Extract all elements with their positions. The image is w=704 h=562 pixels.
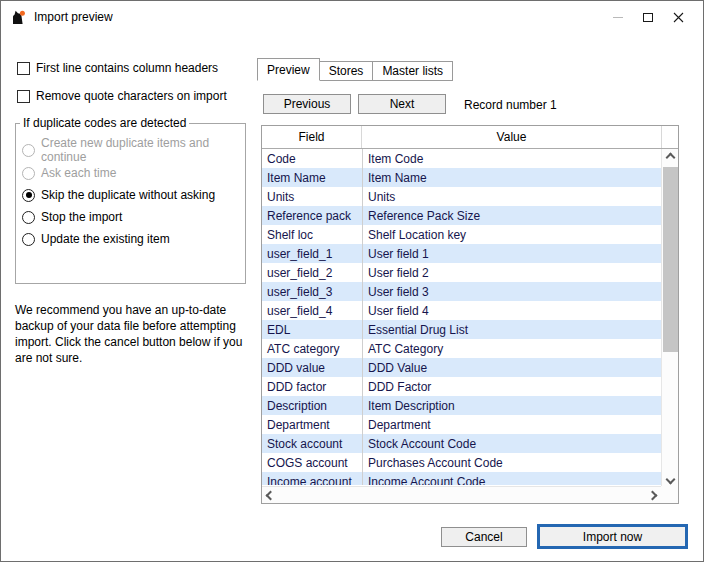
value-cell: ATC Category bbox=[362, 339, 661, 358]
value-cell: Item Code bbox=[362, 149, 661, 168]
radio-icon bbox=[22, 233, 35, 246]
table-header-field[interactable]: Field bbox=[262, 126, 362, 148]
scroll-right-arrow-icon[interactable] bbox=[644, 487, 661, 504]
table-row[interactable]: DDD valueDDD Value bbox=[262, 358, 661, 377]
radio-label: Update the existing item bbox=[41, 232, 170, 246]
radio-icon bbox=[22, 167, 35, 180]
import-preview-dialog: Import preview First line contains colum… bbox=[0, 0, 704, 562]
checkbox-label: Remove quote characters on import bbox=[36, 89, 227, 103]
import-now-button[interactable]: Import now bbox=[537, 524, 688, 549]
table-row[interactable]: UnitsUnits bbox=[262, 187, 661, 206]
field-cell: ATC category bbox=[262, 339, 362, 358]
minimize-button[interactable] bbox=[603, 1, 633, 33]
tab-stores[interactable]: Stores bbox=[319, 61, 374, 81]
value-cell: Item Name bbox=[362, 168, 661, 187]
field-cell: Department bbox=[262, 415, 362, 434]
value-cell: Stock Account Code bbox=[362, 434, 661, 453]
window-title: Import preview bbox=[34, 10, 113, 24]
group-legend: If duplicate codes are detected bbox=[20, 116, 189, 130]
field-cell: EDL bbox=[262, 320, 362, 339]
value-cell: Reference Pack Size bbox=[362, 206, 661, 225]
field-cell: Income account bbox=[262, 472, 362, 485]
table-row[interactable]: user_field_4User field 4 bbox=[262, 301, 661, 320]
table-row[interactable]: Reference packReference Pack Size bbox=[262, 206, 661, 225]
field-cell: COGS account bbox=[262, 453, 362, 472]
radio-label: Ask each time bbox=[41, 166, 116, 180]
field-cell: Reference pack bbox=[262, 206, 362, 225]
radio-skip-duplicate[interactable]: Skip the duplicate without asking bbox=[22, 188, 215, 202]
table-row[interactable]: user_field_3User field 3 bbox=[262, 282, 661, 301]
cancel-button[interactable]: Cancel bbox=[441, 527, 527, 547]
field-cell: Shelf loc bbox=[262, 225, 362, 244]
table-row[interactable]: DepartmentDepartment bbox=[262, 415, 661, 434]
radio-icon bbox=[22, 144, 35, 157]
tab-bar: Preview Stores Master lists bbox=[257, 58, 453, 81]
table-row[interactable]: DDD factorDDD Factor bbox=[262, 377, 661, 396]
mapping-table: Field Value CodeItem CodeItem NameItem N… bbox=[261, 125, 679, 504]
backup-note: We recommend you have an up-to-date back… bbox=[15, 302, 253, 366]
radio-label: Create new duplicate items and continue bbox=[41, 136, 245, 164]
field-cell: Description bbox=[262, 396, 362, 415]
maximize-button[interactable] bbox=[633, 1, 663, 33]
next-button[interactable]: Next bbox=[358, 94, 446, 114]
table-body: CodeItem CodeItem NameItem NameUnitsUnit… bbox=[262, 149, 661, 485]
value-cell: User field 2 bbox=[362, 263, 661, 282]
field-cell: user_field_3 bbox=[262, 282, 362, 301]
table-row[interactable]: ATC categoryATC Category bbox=[262, 339, 661, 358]
checkbox-box-icon bbox=[17, 62, 30, 75]
scrollbar-corner bbox=[661, 486, 678, 503]
field-cell: Units bbox=[262, 187, 362, 206]
radio-icon bbox=[22, 211, 35, 224]
radio-ask-each-time: Ask each time bbox=[22, 166, 116, 180]
titlebar[interactable]: Import preview bbox=[1, 1, 703, 33]
vertical-scrollbar[interactable] bbox=[661, 149, 678, 488]
table-header: Field Value bbox=[262, 126, 678, 149]
value-cell: Item Description bbox=[362, 396, 661, 415]
checkbox-remove-quotes[interactable]: Remove quote characters on import bbox=[17, 89, 227, 103]
value-cell: Purchases Account Code bbox=[362, 453, 661, 472]
field-cell: DDD value bbox=[262, 358, 362, 377]
field-cell: Item Name bbox=[262, 168, 362, 187]
table-row[interactable]: EDLEssential Drug List bbox=[262, 320, 661, 339]
field-cell: user_field_4 bbox=[262, 301, 362, 320]
radio-update-existing[interactable]: Update the existing item bbox=[22, 232, 170, 246]
value-cell: User field 1 bbox=[362, 244, 661, 263]
close-icon bbox=[673, 12, 684, 23]
value-cell: User field 3 bbox=[362, 282, 661, 301]
value-cell: Income Account Code bbox=[362, 472, 661, 485]
close-button[interactable] bbox=[663, 1, 693, 33]
table-row[interactable]: user_field_1User field 1 bbox=[262, 244, 661, 263]
value-cell: Department bbox=[362, 415, 661, 434]
value-cell: DDD Factor bbox=[362, 377, 661, 396]
scroll-up-arrow-icon[interactable] bbox=[662, 149, 679, 166]
scroll-left-arrow-icon[interactable] bbox=[262, 487, 279, 504]
table-row[interactable]: user_field_2User field 2 bbox=[262, 263, 661, 282]
field-cell: user_field_1 bbox=[262, 244, 362, 263]
maximize-icon bbox=[643, 13, 653, 22]
field-cell: DDD factor bbox=[262, 377, 362, 396]
table-row[interactable]: Shelf locShelf Location key bbox=[262, 225, 661, 244]
checkbox-first-line-headers[interactable]: First line contains column headers bbox=[17, 61, 218, 75]
checkbox-label: First line contains column headers bbox=[36, 61, 218, 75]
table-row[interactable]: Stock accountStock Account Code bbox=[262, 434, 661, 453]
value-cell: Essential Drug List bbox=[362, 320, 661, 339]
horizontal-scrollbar[interactable] bbox=[262, 486, 661, 503]
table-header-value[interactable]: Value bbox=[362, 126, 662, 148]
table-row[interactable]: DescriptionItem Description bbox=[262, 396, 661, 415]
table-row[interactable]: Item NameItem Name bbox=[262, 168, 661, 187]
value-cell: User field 4 bbox=[362, 301, 661, 320]
tab-master-lists[interactable]: Master lists bbox=[372, 61, 453, 81]
vertical-scroll-thumb[interactable] bbox=[663, 167, 678, 352]
radio-create-new-duplicate: Create new duplicate items and continue bbox=[22, 143, 245, 157]
checkbox-box-icon bbox=[17, 90, 30, 103]
value-cell: Units bbox=[362, 187, 661, 206]
radio-stop-import[interactable]: Stop the import bbox=[22, 210, 122, 224]
tab-preview[interactable]: Preview bbox=[257, 58, 320, 81]
table-row[interactable]: Income accountIncome Account Code bbox=[262, 472, 661, 485]
table-row[interactable]: CodeItem Code bbox=[262, 149, 661, 168]
value-cell: DDD Value bbox=[362, 358, 661, 377]
previous-button[interactable]: Previous bbox=[263, 94, 351, 114]
field-cell: Stock account bbox=[262, 434, 362, 453]
app-logo-icon bbox=[10, 9, 27, 26]
table-row[interactable]: COGS accountPurchases Account Code bbox=[262, 453, 661, 472]
